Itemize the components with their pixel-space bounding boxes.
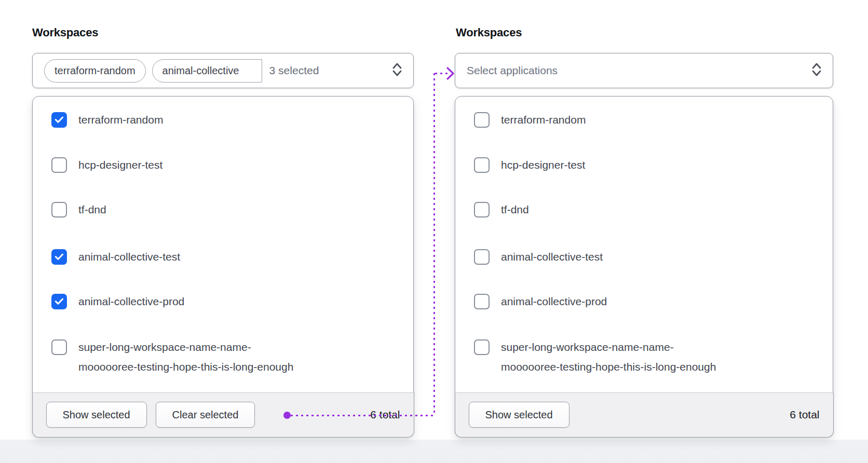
option-label: animal-collective-test: [501, 249, 603, 265]
left-workspaces-label: Workspaces: [32, 26, 98, 39]
option-label: super-long-workspace-name-name- mooooore…: [78, 339, 293, 375]
connector-line-vertical: [433, 73, 435, 415]
checkbox[interactable]: [51, 157, 67, 173]
workspace-option[interactable]: super-long-workspace-name-name- mooooore…: [474, 339, 716, 375]
chevron-up-down-icon[interactable]: [390, 61, 404, 80]
checkbox[interactable]: [474, 202, 490, 217]
workspace-option[interactable]: hcp-designer-test: [51, 157, 162, 173]
show-selected-button[interactable]: Show selected: [469, 402, 569, 428]
option-label: terraform-random: [501, 112, 586, 128]
checkbox[interactable]: [51, 112, 67, 128]
option-label: terraform-random: [78, 112, 163, 128]
option-label: tf-dnd: [78, 202, 106, 217]
selected-count-text: 3 selected: [269, 64, 319, 77]
show-selected-button[interactable]: Show selected: [46, 402, 147, 428]
page-background-band: [0, 440, 868, 463]
right-panel-footer: Show selected 6 total: [455, 392, 834, 438]
workspace-option[interactable]: animal-collective-test: [51, 249, 180, 265]
check-icon: [54, 115, 64, 125]
workspace-option[interactable]: animal-collective-test: [474, 249, 603, 265]
workspace-option[interactable]: terraform-random: [474, 112, 586, 128]
selected-chip[interactable]: terraform-random: [44, 59, 146, 83]
checkbox[interactable]: [51, 294, 67, 309]
left-panel-footer: Show selected Clear selected 6 total: [32, 392, 414, 438]
left-multiselect-trigger[interactable]: terraform-random animal-collective 3 sel…: [32, 53, 414, 88]
option-label: animal-collective-prod: [78, 294, 184, 309]
workspace-option[interactable]: super-long-workspace-name-name- mooooore…: [51, 339, 293, 375]
selected-chip-truncated[interactable]: animal-collective: [152, 59, 262, 83]
workspace-option[interactable]: animal-collective-prod: [51, 294, 184, 309]
workspace-option[interactable]: animal-collective-prod: [474, 294, 607, 309]
right-workspaces-label: Workspaces: [456, 26, 522, 39]
arrow-right-icon: [446, 66, 455, 83]
placeholder-text: Select applications: [467, 64, 558, 77]
option-label-line1: super-long-workspace-name-name-: [78, 339, 293, 355]
checkbox[interactable]: [474, 157, 490, 173]
option-label-line1: super-long-workspace-name-name-: [501, 339, 716, 355]
check-icon: [54, 296, 64, 307]
option-label-line2: moooooree-testing-hope-this-is-long-enou…: [501, 359, 716, 375]
chevron-up-down-icon[interactable]: [810, 61, 823, 80]
checkbox[interactable]: [51, 202, 67, 217]
checkbox[interactable]: [474, 112, 490, 128]
right-options-panel: terraform-random hcp-designer-test tf-dn…: [455, 96, 833, 437]
workspace-option[interactable]: terraform-random: [51, 112, 163, 128]
connector-line-top: [435, 73, 448, 74]
option-label: animal-collective-prod: [501, 294, 607, 309]
workspace-option[interactable]: tf-dnd: [474, 202, 529, 217]
checkbox[interactable]: [51, 249, 67, 265]
right-multiselect-trigger[interactable]: Select applications: [455, 53, 833, 88]
clear-selected-button[interactable]: Clear selected: [156, 402, 255, 428]
checkbox[interactable]: [51, 339, 67, 355]
option-label: hcp-designer-test: [501, 157, 585, 173]
workspace-option[interactable]: hcp-designer-test: [474, 157, 585, 173]
checkbox[interactable]: [474, 339, 490, 355]
left-options-panel: terraform-random hcp-designer-test tf-dn…: [32, 96, 414, 437]
checkbox[interactable]: [474, 294, 490, 309]
screenshot-canvas: Workspaces terraform-random animal-colle…: [0, 0, 868, 463]
checkbox[interactable]: [474, 249, 490, 265]
total-count-text: 6 total: [370, 408, 400, 421]
option-label: hcp-designer-test: [78, 157, 162, 173]
workspace-option[interactable]: tf-dnd: [51, 202, 106, 217]
option-label: tf-dnd: [501, 202, 529, 217]
total-count-text: 6 total: [790, 408, 819, 421]
option-label-line2: moooooree-testing-hope-this-is-long-enou…: [78, 359, 293, 375]
option-label: super-long-workspace-name-name- mooooore…: [501, 339, 716, 375]
check-icon: [54, 252, 64, 262]
option-label: animal-collective-test: [78, 249, 180, 265]
